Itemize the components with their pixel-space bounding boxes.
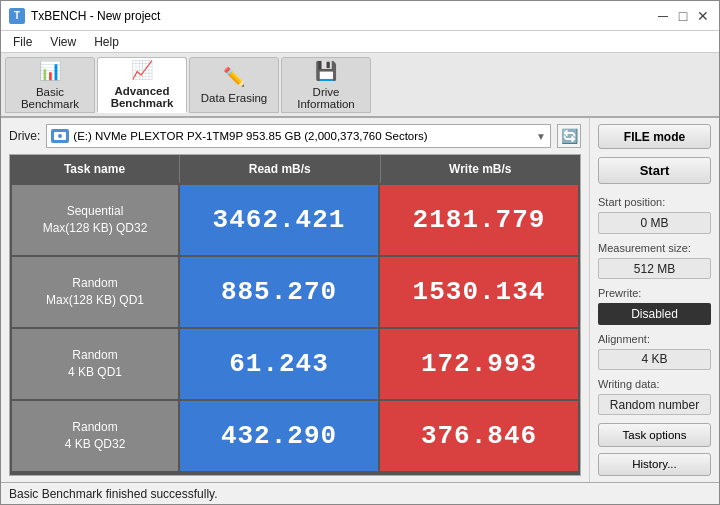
tab-erase-label: Data Erasing [201,92,267,104]
tab-data-erasing[interactable]: ✏️ Data Erasing [189,57,279,113]
read-sequential: 3462.421 [180,185,378,255]
read-random-4kb-qd1: 61.243 [180,329,378,399]
task-random-128kb-qd1: RandomMax(128 KB) QD1 [12,257,178,327]
history-button[interactable]: History... [598,453,711,476]
start-position-label: Start position: [598,196,711,208]
drive-row: Drive: (E:) NVMe PLEXTOR PX-1TM9P 953.85… [9,124,581,148]
task-random-4kb-qd32: Random4 KB QD32 [12,401,178,471]
prewrite-label: Prewrite: [598,287,711,299]
table-row: SequentialMax(128 KB) QD32 3462.421 2181… [12,185,578,255]
app-icon: T [9,8,25,24]
alignment-label: Alignment: [598,333,711,345]
task-options-button[interactable]: Task options [598,423,711,446]
table-header: Task name Read mB/s Write mB/s [10,155,580,183]
tab-drive-information[interactable]: 💾 DriveInformation [281,57,371,113]
start-button[interactable]: Start [598,157,711,184]
write-random-4kb-qd1: 172.993 [380,329,578,399]
maximize-button[interactable]: □ [675,8,691,24]
svg-point-1 [58,134,62,138]
tab-basic-label: BasicBenchmark [21,86,79,110]
measurement-size-value: 512 MB [598,258,711,279]
task-random-4kb-qd1: Random4 KB QD1 [12,329,178,399]
status-bar: Basic Benchmark finished successfully. [1,482,719,504]
read-random-128kb-qd1: 885.270 [180,257,378,327]
task-sequential: SequentialMax(128 KB) QD32 [12,185,178,255]
writing-data-label: Writing data: [598,378,711,390]
benchmark-table: Task name Read mB/s Write mB/s Sequentia… [9,154,581,476]
alignment-value: 4 KB [598,349,711,370]
table-body: SequentialMax(128 KB) QD32 3462.421 2181… [10,183,580,475]
title-bar-controls: ─ □ ✕ [655,8,711,24]
status-text: Basic Benchmark finished successfully. [9,487,218,501]
minimize-button[interactable]: ─ [655,8,671,24]
read-random-4kb-qd32: 432.290 [180,401,378,471]
drive-label: Drive: [9,129,40,143]
refresh-button[interactable]: 🔄 [557,124,581,148]
tab-basic-benchmark[interactable]: 📊 BasicBenchmark [5,57,95,113]
write-random-128kb-qd1: 1530.134 [380,257,578,327]
header-read: Read mB/s [180,155,381,183]
tab-advanced-label: AdvancedBenchmark [111,85,174,109]
toolbar: 📊 BasicBenchmark 📈 AdvancedBenchmark ✏️ … [1,53,719,118]
measurement-size-label: Measurement size: [598,242,711,254]
advanced-benchmark-icon: 📈 [131,59,153,81]
drive-select[interactable]: (E:) NVMe PLEXTOR PX-1TM9P 953.85 GB (2,… [46,124,551,148]
write-sequential: 2181.779 [380,185,578,255]
menu-file[interactable]: File [5,33,40,51]
start-position-value: 0 MB [598,212,711,233]
header-task: Task name [10,155,180,183]
header-write: Write mB/s [381,155,581,183]
close-button[interactable]: ✕ [695,8,711,24]
dropdown-arrow-icon: ▼ [536,131,546,142]
content-area: Drive: (E:) NVMe PLEXTOR PX-1TM9P 953.85… [1,118,719,482]
writing-data-value: Random number [598,394,711,415]
table-row: RandomMax(128 KB) QD1 885.270 1530.134 [12,257,578,327]
table-row: Random4 KB QD32 432.290 376.846 [12,401,578,471]
prewrite-value: Disabled [598,303,711,324]
menu-help[interactable]: Help [86,33,127,51]
file-mode-button[interactable]: FILE mode [598,124,711,149]
tab-drive-label: DriveInformation [297,86,355,110]
write-random-4kb-qd32: 376.846 [380,401,578,471]
drive-disk-icon [51,129,69,143]
side-panel: FILE mode Start Start position: 0 MB Mea… [589,118,719,482]
menu-bar: File View Help [1,31,719,53]
drive-info-icon: 💾 [315,60,337,82]
window-title: TxBENCH - New project [31,9,160,23]
data-erasing-icon: ✏️ [223,66,245,88]
drive-value: (E:) NVMe PLEXTOR PX-1TM9P 953.85 GB (2,… [73,130,427,142]
title-bar-left: T TxBENCH - New project [9,8,160,24]
menu-view[interactable]: View [42,33,84,51]
main-panel: Drive: (E:) NVMe PLEXTOR PX-1TM9P 953.85… [1,118,589,482]
tab-advanced-benchmark[interactable]: 📈 AdvancedBenchmark [97,57,187,113]
table-row: Random4 KB QD1 61.243 172.993 [12,329,578,399]
drive-select-inner: (E:) NVMe PLEXTOR PX-1TM9P 953.85 GB (2,… [51,129,427,143]
basic-benchmark-icon: 📊 [39,60,61,82]
title-bar: T TxBENCH - New project ─ □ ✕ [1,1,719,31]
main-window: T TxBENCH - New project ─ □ ✕ File View … [0,0,720,505]
